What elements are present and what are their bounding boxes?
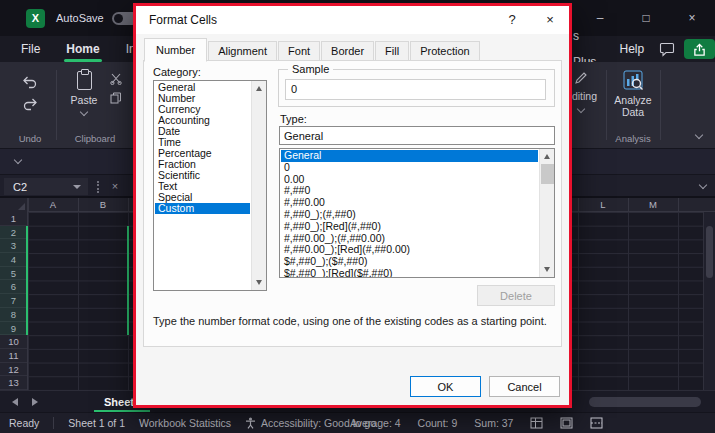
category-item[interactable]: Date bbox=[155, 126, 250, 137]
clipboard-small-buttons bbox=[110, 73, 122, 104]
row-header[interactable]: 1 bbox=[0, 212, 27, 226]
chevron-down-icon[interactable] bbox=[14, 156, 22, 164]
status-average: Average: 4 bbox=[350, 417, 401, 429]
type-item[interactable]: 0.00 bbox=[281, 174, 538, 186]
formula-bar-expand-button[interactable] bbox=[700, 182, 706, 188]
category-item[interactable]: Fraction bbox=[155, 159, 250, 170]
horizontal-scrollbar-thumb[interactable] bbox=[589, 397, 701, 407]
share-button[interactable] bbox=[684, 39, 715, 59]
dialog-tab[interactable]: Alignment bbox=[208, 41, 277, 61]
comments-button[interactable] bbox=[659, 42, 675, 57]
group-divider bbox=[56, 70, 57, 140]
category-item[interactable]: Number bbox=[155, 93, 250, 104]
ribbon-tab-help[interactable]: Help bbox=[613, 36, 652, 62]
cut-icon[interactable] bbox=[110, 73, 122, 85]
page-break-view-icon[interactable] bbox=[590, 417, 603, 429]
category-item[interactable]: Scientific bbox=[155, 170, 250, 181]
type-item[interactable]: General bbox=[281, 150, 538, 162]
scroll-up-icon[interactable] bbox=[544, 154, 550, 159]
type-item[interactable]: #,##0.00_);(#,##0.00) bbox=[281, 233, 538, 245]
column-header[interactable]: B bbox=[78, 198, 128, 212]
type-item[interactable]: 0 bbox=[281, 162, 538, 174]
row-header[interactable]: 11 bbox=[0, 349, 27, 363]
name-box[interactable]: C2 bbox=[4, 178, 88, 195]
vertical-scrollbar-thumb[interactable] bbox=[706, 226, 713, 278]
analyze-data-label-2: Data bbox=[622, 106, 644, 118]
ribbon-collapse-button[interactable] bbox=[696, 132, 702, 138]
type-item[interactable]: #,##0.00_);[Red](#,##0.00) bbox=[281, 244, 538, 256]
type-list[interactable]: General00.00#,##0#,##0.00#,##0_);(#,##0)… bbox=[279, 148, 555, 278]
select-all-corner[interactable] bbox=[0, 198, 28, 212]
next-sheet-button[interactable] bbox=[32, 398, 38, 406]
type-item[interactable]: #,##0 bbox=[281, 185, 538, 197]
type-item[interactable]: $#,##0_);[Red]($#,##0) bbox=[281, 268, 538, 278]
cancel-button[interactable]: Cancel bbox=[489, 376, 560, 397]
category-label: Category: bbox=[153, 66, 201, 78]
category-item[interactable]: Text bbox=[155, 181, 250, 192]
type-item[interactable]: $#,##0_);($#,##0) bbox=[281, 256, 538, 268]
ribbon-tab[interactable]: File bbox=[8, 36, 53, 62]
normal-view-icon[interactable] bbox=[530, 417, 543, 429]
scroll-down-icon[interactable] bbox=[256, 280, 262, 285]
analyze-data-button[interactable]: Analyze Data bbox=[614, 69, 651, 118]
row-header[interactable]: 10 bbox=[0, 335, 27, 349]
category-list-scrollbar[interactable] bbox=[251, 81, 266, 290]
column-header[interactable]: A bbox=[28, 198, 78, 212]
dialog-close-button[interactable]: × bbox=[531, 6, 569, 34]
dialog-tab[interactable]: Font bbox=[278, 41, 320, 61]
page-layout-view-icon[interactable] bbox=[560, 417, 573, 429]
type-input[interactable] bbox=[279, 126, 555, 145]
type-item[interactable]: #,##0.00 bbox=[281, 197, 538, 209]
row-header[interactable]: 13 bbox=[0, 376, 27, 390]
format-cells-dialog: Format Cells ? × NumberAlignmentFontBord… bbox=[136, 6, 569, 405]
ribbon-tab[interactable]: Home bbox=[53, 36, 112, 62]
category-item[interactable]: Time bbox=[155, 137, 250, 148]
dialog-tab[interactable]: Border bbox=[321, 41, 374, 61]
dialog-tab[interactable]: Number bbox=[144, 38, 207, 62]
column-header[interactable]: M bbox=[628, 198, 678, 212]
category-item[interactable]: Special bbox=[155, 192, 250, 203]
row-header[interactable]: 12 bbox=[0, 363, 27, 377]
paste-button[interactable]: Paste bbox=[64, 69, 104, 129]
type-list-scrollbar[interactable] bbox=[539, 149, 554, 277]
excel-logo-letter: X bbox=[32, 12, 39, 24]
selected-rows-highlight bbox=[0, 226, 28, 336]
horizontal-scrollbar[interactable] bbox=[589, 397, 701, 407]
group-divider bbox=[606, 70, 607, 140]
scroll-up-icon[interactable] bbox=[256, 86, 262, 91]
type-item[interactable]: #,##0_);(#,##0) bbox=[281, 209, 538, 221]
chevron-down-icon bbox=[699, 181, 707, 189]
dialog-help-button[interactable]: ? bbox=[493, 6, 531, 34]
analyze-data-label-1: Analyze bbox=[614, 94, 651, 106]
category-item[interactable]: General bbox=[155, 82, 250, 93]
scrollbar-thumb[interactable] bbox=[541, 164, 554, 184]
category-item[interactable]: Custom bbox=[155, 203, 250, 214]
name-box-dropdown-icon[interactable] bbox=[73, 185, 81, 189]
category-item[interactable]: Percentage bbox=[155, 148, 250, 159]
category-item[interactable]: Accounting bbox=[155, 115, 250, 126]
undo-button[interactable] bbox=[15, 71, 45, 93]
category-list[interactable]: GeneralNumberCurrencyAccountingDateTimeP… bbox=[153, 80, 267, 291]
type-item[interactable]: #,##0_);[Red](#,##0) bbox=[281, 221, 538, 233]
maximize-button[interactable]: □ bbox=[623, 0, 669, 36]
status-bar: Ready Sheet 1 of 1 Workbook Statistics A… bbox=[0, 412, 715, 433]
sample-groupbox: Sample 0 bbox=[278, 69, 555, 107]
previous-sheet-button[interactable] bbox=[12, 398, 18, 406]
ok-button[interactable]: OK bbox=[410, 376, 481, 397]
copy-icon[interactable] bbox=[110, 92, 122, 104]
close-button[interactable]: × bbox=[669, 0, 715, 36]
dialog-titlebar: Format Cells ? × bbox=[136, 6, 569, 34]
category-item[interactable]: Currency bbox=[155, 104, 250, 115]
excel-window: X AutoSave – □ × FileHomeInsert s Plus H… bbox=[0, 0, 715, 433]
dialog-tab[interactable]: Fill bbox=[375, 41, 409, 61]
vertical-scrollbar[interactable] bbox=[703, 212, 715, 390]
cancel-entry-button[interactable]: × bbox=[106, 178, 124, 195]
type-label: Type: bbox=[280, 113, 307, 125]
dialog-tab[interactable]: Protection bbox=[410, 41, 480, 61]
redo-button[interactable] bbox=[15, 93, 45, 115]
delete-button[interactable]: Delete bbox=[477, 285, 555, 306]
scroll-down-icon[interactable] bbox=[544, 267, 550, 272]
status-sheet-count[interactable]: Sheet 1 of 1 bbox=[68, 417, 125, 429]
column-header[interactable]: L bbox=[578, 198, 628, 212]
workbook-statistics-button[interactable]: Workbook Statistics bbox=[139, 417, 231, 429]
